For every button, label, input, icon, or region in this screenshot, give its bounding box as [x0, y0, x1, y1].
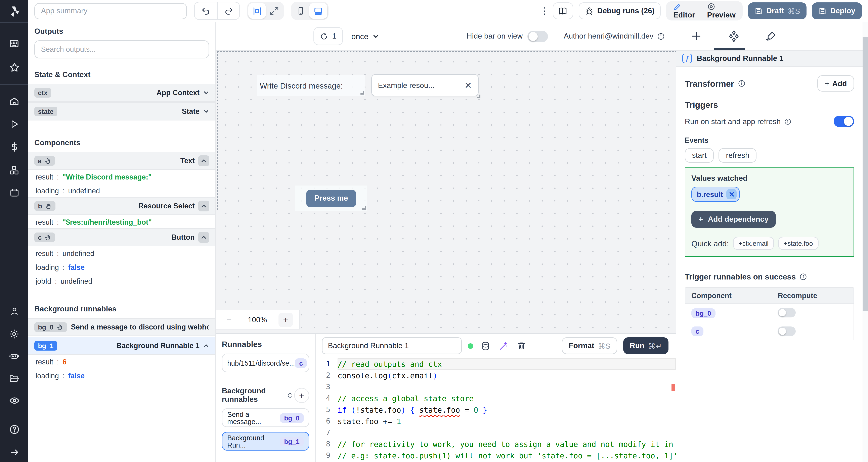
info-icon [800, 273, 807, 281]
property-key: result [36, 173, 53, 181]
event-chip[interactable]: refresh [719, 148, 757, 163]
state-context-row[interactable]: ctxApp Context [28, 84, 215, 102]
background-runnable-row[interactable]: bg_0Send a message to discord using webh… [28, 318, 215, 336]
resources-icon[interactable] [7, 163, 22, 177]
component-header-row[interactable]: cButton [28, 228, 215, 246]
remove-watched-icon[interactable]: ✕ [726, 189, 737, 199]
property-key: jobId [36, 277, 51, 285]
resize-handle[interactable] [477, 95, 480, 98]
resize-handle[interactable] [362, 206, 366, 209]
add-dependency-button[interactable]: + Add dependency [691, 211, 776, 228]
scrollbar-thumb[interactable] [863, 37, 868, 311]
cache-database-icon[interactable] [479, 340, 491, 352]
output-property-row: result:6 [28, 355, 215, 369]
run-button[interactable]: Run ⌘↵ [623, 337, 669, 354]
collapse-arrow-icon[interactable] [7, 445, 22, 460]
docs-book-button[interactable] [553, 2, 573, 19]
zoom-in-button[interactable]: + [278, 312, 293, 327]
runnable-card[interactable]: hub/1511/discord/se...c [222, 354, 309, 372]
tab-editor[interactable]: Editor [667, 3, 701, 19]
recompute-toggle[interactable] [778, 326, 796, 336]
runnable-name-input[interactable] [322, 337, 462, 354]
visibility-eye-icon[interactable] [7, 393, 22, 408]
quick-add-chip[interactable]: +ctx.email [733, 237, 774, 250]
run-on-start-toggle[interactable] [834, 116, 854, 127]
collapse-button[interactable] [198, 156, 209, 166]
runs-icon[interactable] [7, 117, 22, 131]
chevron-down-icon[interactable] [203, 108, 209, 114]
variables-icon[interactable] [7, 140, 22, 154]
format-button[interactable]: Format ⌘S [562, 337, 617, 354]
collapse-button[interactable] [198, 201, 209, 211]
text-component-value: Write Discord message: [260, 81, 343, 90]
refresh-count-button[interactable]: 1 [313, 27, 343, 45]
tab-insert-plus-icon[interactable] [688, 28, 704, 44]
background-runnable-card[interactable]: Send a message...bg_0 [222, 408, 309, 427]
chevron-down-icon[interactable] [203, 90, 209, 96]
select-value: Example resou... [378, 81, 434, 90]
quick-add-chip[interactable]: +state.foo [778, 237, 818, 250]
code-editor[interactable]: 1// read outputs and ctx2console.log(ctx… [316, 358, 676, 462]
settings-gear-icon[interactable] [7, 327, 22, 341]
transformer-add-button[interactable]: + Add [817, 75, 854, 92]
state-context-row[interactable]: stateState [28, 102, 215, 121]
canvas-button-component[interactable]: Press me [296, 186, 367, 211]
home-icon[interactable] [7, 94, 22, 108]
bg-runnables-title: Background runnables [222, 387, 286, 403]
windmill-logo[interactable] [0, 0, 28, 22]
code-token: // for reactivity to work, you need to a… [338, 440, 676, 449]
tab-settings-components-icon[interactable] [726, 28, 741, 44]
background-runnable-row[interactable]: bg_1Background Runnable 1 [28, 337, 215, 355]
folders-icon[interactable] [7, 371, 22, 386]
debug-runs-button[interactable]: Debug runs (26) [579, 2, 660, 19]
property-key: result [36, 358, 53, 366]
runnable-card-badge: bg_1 [280, 436, 304, 446]
event-chip[interactable]: start [685, 148, 714, 163]
press-me-button[interactable]: Press me [306, 190, 356, 207]
canvas-resource-select[interactable]: Example resou... ✕ [371, 74, 478, 96]
trigger-success-table: Component Recompute bg_0c [685, 287, 854, 340]
chevron-up-icon[interactable] [203, 343, 209, 349]
add-background-runnable-button[interactable]: + [294, 388, 309, 403]
delete-trash-icon[interactable] [516, 340, 527, 352]
component-header-row[interactable]: aText [28, 152, 215, 170]
code-token: console.log [338, 371, 388, 380]
background-runnable-card[interactable]: Background Run...bg_1 [222, 432, 309, 451]
recompute-toggle[interactable] [778, 308, 796, 318]
tab-styling-brush-icon[interactable] [763, 28, 779, 44]
deploy-button[interactable]: Deploy [812, 2, 862, 19]
property-value: undefined [68, 187, 100, 195]
mobile-view-toggle[interactable] [292, 3, 309, 19]
users-icon[interactable] [7, 304, 22, 319]
app-summary-input[interactable] [34, 3, 187, 19]
ai-robot-icon[interactable] [7, 349, 22, 363]
ai-wand-icon[interactable] [497, 340, 509, 352]
canvas-text-component[interactable]: Write Discord message: [257, 75, 365, 96]
zoom-out-button[interactable]: − [222, 312, 236, 327]
undo-button[interactable] [195, 2, 217, 19]
search-outputs-input[interactable] [34, 40, 209, 59]
watched-value-chip[interactable]: b.result ✕ [691, 187, 740, 202]
code-token: // read outputs and ctx [338, 360, 442, 369]
components-title: Components [34, 138, 209, 147]
refresh-mode-dropdown[interactable]: once [351, 32, 379, 41]
favorites-star-icon[interactable] [7, 60, 22, 75]
tab-preview[interactable]: Preview [701, 2, 742, 19]
workspace-icon[interactable] [7, 36, 22, 51]
app-canvas[interactable]: Write Discord message: Example resou... … [216, 51, 676, 333]
code-token: 0 [473, 405, 478, 415]
clear-select-icon[interactable]: ✕ [464, 80, 472, 91]
expand-editor-toggle[interactable] [266, 3, 283, 19]
desktop-view-toggle[interactable] [309, 3, 327, 19]
more-menu-icon[interactable]: ⋮ [540, 5, 547, 16]
schedules-icon[interactable] [7, 186, 22, 200]
draft-button[interactable]: Draft ⌘S [748, 2, 807, 19]
collapse-button[interactable] [198, 232, 209, 243]
help-icon[interactable] [7, 422, 22, 437]
component-header-row[interactable]: bResource Select [28, 197, 215, 215]
redo-button[interactable] [217, 2, 239, 19]
hide-bar-toggle[interactable] [527, 31, 548, 42]
inspector-scrollbar[interactable] [863, 22, 868, 462]
center-components-toggle[interactable] [248, 3, 266, 19]
resize-handle[interactable] [361, 91, 364, 95]
